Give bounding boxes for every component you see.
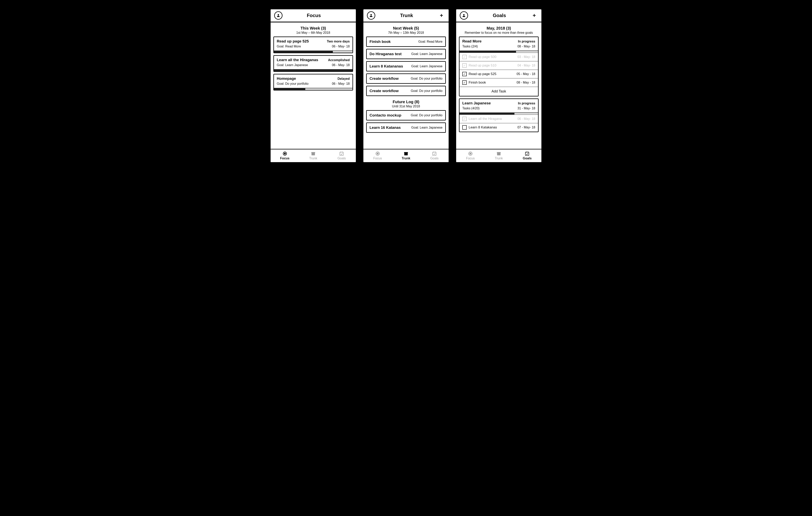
svg-rect-11 bbox=[433, 152, 436, 155]
subtask-row[interactable]: ✓Read up page 52505 - May - 18 bbox=[460, 70, 538, 78]
checkbox-icon[interactable]: ✓ bbox=[462, 72, 467, 76]
page-title: Focus bbox=[307, 13, 321, 18]
section-title: May, 2018 (3) bbox=[459, 26, 539, 31]
card-status: Two more days bbox=[327, 40, 350, 43]
subtask-row[interactable]: Learn 8 Katakanas07 - May- 18 bbox=[460, 123, 538, 132]
subtask-row[interactable]: ✓Learn all the Hiragana06 - May- 18 bbox=[460, 115, 538, 123]
card-title: Learn 16 Katanas bbox=[370, 126, 401, 130]
scroll-area[interactable]: May, 2018 (3) Remember to focus on no mo… bbox=[456, 22, 542, 149]
checkbox-icon[interactable]: ✓ bbox=[462, 80, 467, 85]
section-sub: 1st May – 6th May 2018 bbox=[273, 31, 353, 34]
goal-status: In progress bbox=[518, 102, 535, 105]
trunk-card[interactable]: Finish bookGoal: Read More bbox=[366, 36, 446, 47]
tab-bar: Focus Trunk Goals bbox=[270, 149, 356, 162]
svg-point-14 bbox=[470, 153, 471, 155]
card-status: Delayed bbox=[338, 77, 350, 81]
focus-card[interactable]: Learn all the HiraganasAccomplished Goal… bbox=[273, 55, 353, 72]
section-header: Next Week (5) 7th May – 13th May 2018 bbox=[366, 26, 446, 34]
phone-trunk: Trunk + Next Week (5) 7th May – 13th May… bbox=[363, 9, 449, 163]
tab-goals[interactable]: Goals bbox=[327, 150, 356, 162]
subtask-label: Learn 8 Katakanas bbox=[469, 126, 497, 129]
subtask-row[interactable]: ✓Finish book08 - May - 18 bbox=[460, 78, 538, 87]
trunk-card[interactable]: Do Hiraganas testGoal: Learn Japanese bbox=[366, 49, 446, 59]
subtask-row[interactable]: ✓Read up page 51004 - May- 18 bbox=[460, 61, 538, 70]
card-title: Learn all the Hiraganas bbox=[277, 58, 318, 62]
add-button[interactable]: + bbox=[438, 12, 445, 19]
svg-rect-5 bbox=[340, 152, 343, 155]
trunk-card[interactable]: Learn 8 KatananasGoal: Learn Japanese bbox=[366, 61, 446, 72]
page-title: Goals bbox=[493, 13, 506, 18]
section-header: Future Log (8) Until 31st May 2018 bbox=[366, 100, 446, 108]
tab-trunk[interactable]: Trunk bbox=[392, 150, 420, 162]
profile-icon[interactable] bbox=[274, 11, 283, 20]
svg-rect-3 bbox=[312, 153, 315, 155]
subtask-row[interactable]: ✓Read up page 50003 - May- 18 bbox=[460, 53, 538, 61]
subtask-date: 05 - May - 18 bbox=[517, 72, 535, 76]
add-button[interactable]: + bbox=[531, 12, 538, 19]
card-title: Homepage bbox=[277, 76, 296, 81]
tab-label: Trunk bbox=[402, 157, 410, 160]
card-goal: Goal: Read More bbox=[418, 40, 442, 44]
svg-point-2 bbox=[284, 153, 286, 155]
subtask-label: Read up page 510 bbox=[469, 63, 496, 67]
card-goal: Goal: Learn Japanese bbox=[411, 52, 442, 56]
svg-point-0 bbox=[278, 14, 279, 16]
trunk-card[interactable]: Create workflowGoal: Do your portfolio bbox=[366, 74, 446, 84]
card-status: Accomplished bbox=[328, 58, 350, 62]
goal-title: Read More bbox=[462, 39, 482, 44]
header: Focus bbox=[270, 9, 356, 22]
checkbox-icon[interactable]: ✓ bbox=[462, 63, 467, 68]
tab-focus[interactable]: Focus bbox=[270, 150, 299, 162]
goal-subtasks: ✓Read up page 50003 - May- 18 ✓Read up p… bbox=[460, 53, 538, 96]
section-sub: Remember to focus on no more than three … bbox=[459, 31, 539, 34]
card-date: 06 - May- 18 bbox=[332, 45, 350, 48]
trunk-card[interactable]: Learn 16 KatanasGoal: Learn Japanese bbox=[366, 123, 446, 133]
focus-card[interactable]: Read up page 525Two more days Goal: Read… bbox=[273, 36, 353, 53]
tab-goals[interactable]: Goals bbox=[513, 150, 542, 162]
subtask-label: Learn all the Hiragana bbox=[469, 117, 502, 121]
svg-rect-17 bbox=[525, 152, 529, 155]
card-title: Create workflow bbox=[370, 89, 399, 93]
card-date: 06 - May- 18 bbox=[332, 82, 350, 85]
tab-trunk[interactable]: Trunk bbox=[299, 150, 327, 162]
trunk-card[interactable]: Create workflowGoal: Do your portfolio bbox=[366, 86, 446, 96]
card-title: Contacto mockup bbox=[370, 113, 401, 117]
header: Goals + bbox=[456, 9, 542, 22]
goal-tasks: Tasks (2/4) bbox=[462, 45, 478, 48]
checkbox-icon[interactable]: ✓ bbox=[462, 55, 467, 59]
scroll-area[interactable]: This Week (3) 1st May – 6th May 2018 Rea… bbox=[270, 22, 356, 149]
card-goal: Goal: Do your portfolio bbox=[277, 82, 309, 85]
phone-focus: Focus This Week (3) 1st May – 6th May 20… bbox=[270, 9, 356, 163]
tab-focus[interactable]: Focus bbox=[456, 150, 485, 162]
goal-card[interactable]: Learn JapaneseIn progress Tasks (4/20)31… bbox=[459, 99, 539, 132]
stage: Focus This Week (3) 1st May – 6th May 20… bbox=[0, 0, 812, 516]
focus-card[interactable]: HomepageDelayed Goal: Do your portfolio0… bbox=[273, 74, 353, 90]
card-title: Do Hiraganas test bbox=[370, 52, 402, 56]
section-sub: 7th May – 13th May 2018 bbox=[366, 31, 446, 34]
tab-goals[interactable]: Goals bbox=[420, 150, 448, 162]
checkbox-icon[interactable]: ✓ bbox=[462, 117, 467, 121]
subtask-label: Finish book bbox=[469, 81, 486, 85]
tab-label: Focus bbox=[466, 157, 475, 160]
goal-card[interactable]: Read MoreIn progress Tasks (2/4)08 - May… bbox=[459, 36, 539, 97]
add-task-button[interactable]: Add Task bbox=[460, 87, 538, 96]
checkbox-icon[interactable] bbox=[462, 125, 467, 130]
card-goal: Goal: Read More bbox=[277, 45, 301, 48]
card-goal: Goal: Do your portfolio bbox=[411, 77, 442, 80]
card-title: Create workflow bbox=[370, 76, 399, 81]
profile-icon[interactable] bbox=[460, 11, 468, 20]
tab-label: Focus bbox=[280, 157, 289, 160]
tab-trunk[interactable]: Trunk bbox=[485, 150, 513, 162]
svg-rect-16 bbox=[497, 152, 501, 153]
scroll-area[interactable]: Next Week (5) 7th May – 13th May 2018 Fi… bbox=[364, 22, 448, 149]
profile-icon[interactable] bbox=[367, 11, 375, 20]
goal-title: Learn Japanese bbox=[462, 101, 491, 105]
tab-label: Trunk bbox=[495, 157, 503, 160]
subtask-label: Read up page 500 bbox=[469, 55, 496, 59]
tab-focus[interactable]: Focus bbox=[364, 150, 392, 162]
trunk-card[interactable]: Contacto mockupGoal: Do your portfolio bbox=[366, 110, 446, 120]
card-goal: Goal: Do your portfolio bbox=[411, 113, 442, 117]
svg-point-12 bbox=[463, 14, 465, 16]
card-goal: Goal: Learn Japanese bbox=[411, 64, 442, 68]
tab-label: Trunk bbox=[309, 157, 317, 160]
